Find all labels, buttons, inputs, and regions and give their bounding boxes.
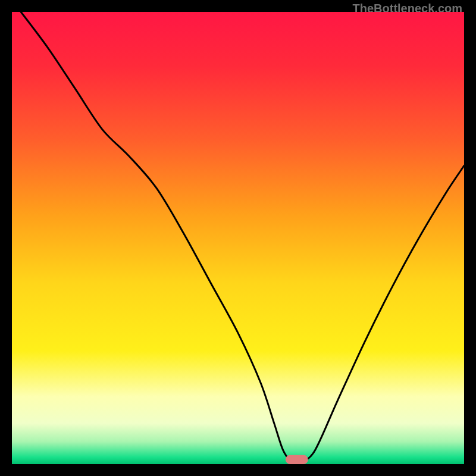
gradient-background bbox=[12, 12, 464, 464]
chart-container: TheBottleneck.com bbox=[0, 0, 476, 476]
bottleneck-chart bbox=[12, 12, 464, 464]
optimum-marker bbox=[286, 455, 308, 464]
